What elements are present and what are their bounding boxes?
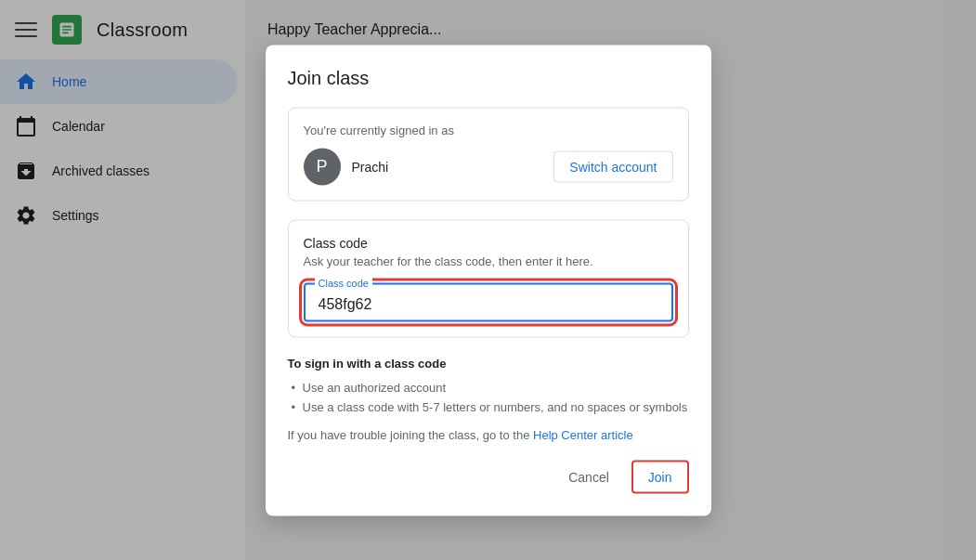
dialog-title: Join class xyxy=(288,67,689,88)
class-code-heading: Class code xyxy=(304,235,673,250)
join-button[interactable]: Join xyxy=(631,460,689,493)
account-card: You're currently signed in as P Prachi S… xyxy=(288,107,689,201)
cancel-button[interactable]: Cancel xyxy=(553,462,624,491)
avatar: P xyxy=(304,148,341,185)
instructions-heading: To sign in with a class code xyxy=(288,356,689,370)
account-row: P Prachi Switch account xyxy=(304,148,673,185)
instructions-note: If you have trouble joining the class, g… xyxy=(288,427,689,441)
instruction-item-1: Use an authorized account xyxy=(288,377,689,397)
dialog-actions: Cancel Join xyxy=(288,460,689,493)
join-class-dialog: Join class You're currently signed in as… xyxy=(266,45,711,515)
signed-in-label: You're currently signed in as xyxy=(304,123,673,137)
class-code-input-label: Class code xyxy=(315,277,372,288)
class-code-description: Ask your teacher for the class code, the… xyxy=(304,254,673,267)
instructions-note-prefix: If you have trouble joining the class, g… xyxy=(288,427,534,441)
instruction-item-2: Use a class code with 5-7 letters or num… xyxy=(288,397,689,416)
help-center-link[interactable]: Help Center article xyxy=(533,427,633,441)
account-name: Prachi xyxy=(352,159,389,174)
account-info: P Prachi xyxy=(304,148,389,185)
class-code-card: Class code Ask your teacher for the clas… xyxy=(288,219,689,337)
instructions-section: To sign in with a class code Use an auth… xyxy=(288,356,689,441)
instructions-list: Use an authorized account Use a class co… xyxy=(288,377,689,416)
class-code-input[interactable] xyxy=(319,295,658,312)
switch-account-button[interactable]: Switch account xyxy=(553,150,672,182)
class-code-input-wrapper: Class code xyxy=(304,282,673,321)
